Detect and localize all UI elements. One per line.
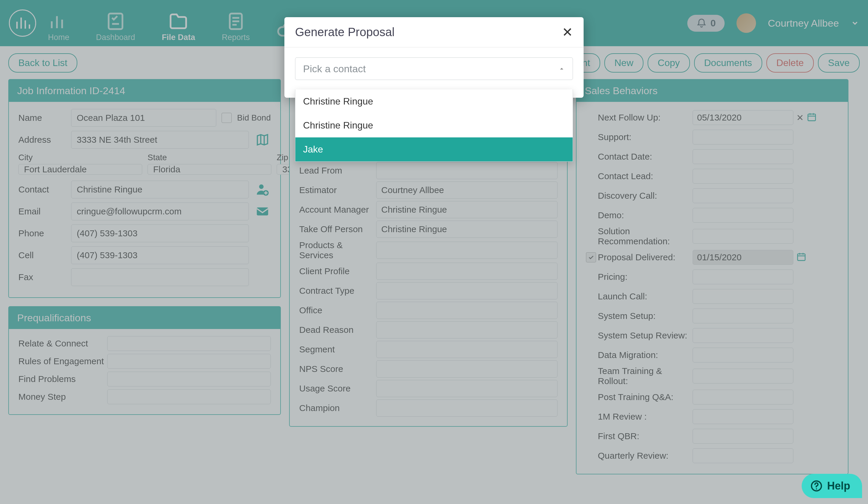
help-bubble[interactable]: Help (802, 474, 862, 498)
close-icon[interactable]: ✕ (562, 26, 573, 39)
dropdown-option[interactable]: Jake (295, 137, 573, 161)
dropdown-list: Christine RingueChristine RingueJake (295, 90, 573, 162)
contact-dropdown[interactable]: Pick a contact (295, 57, 573, 80)
generate-proposal-modal: Generate Proposal ✕ Pick a contact Chris… (285, 17, 583, 98)
dropdown-placeholder: Pick a contact (303, 63, 366, 75)
help-label: Help (827, 480, 850, 492)
modal-title: Generate Proposal (295, 25, 395, 39)
dropdown-option[interactable]: Christine Ringue (295, 90, 573, 113)
chevron-up-icon (558, 65, 565, 72)
dropdown-option[interactable]: Christine Ringue (295, 113, 573, 137)
help-circle-icon (810, 480, 823, 492)
